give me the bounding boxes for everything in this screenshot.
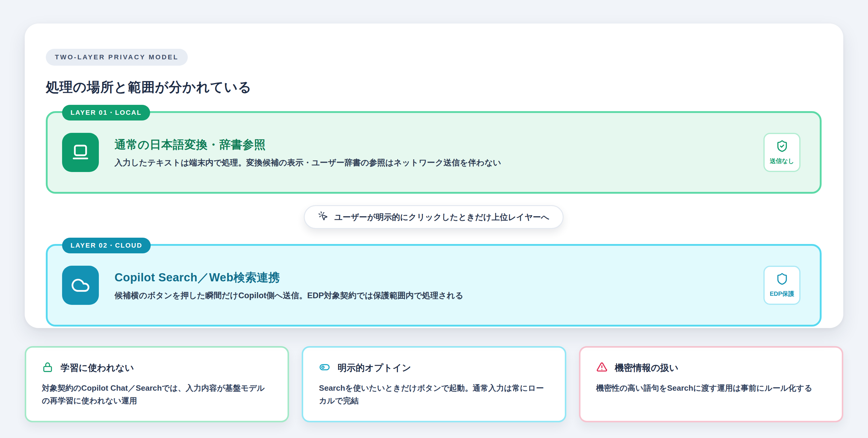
note-card-opt-in: 明示的オプトイン Searchを使いたいときだけボタンで起動。通常入力は常にロー… (302, 346, 566, 422)
layer-cloud-title: Copilot Search／Web検索連携 (115, 270, 464, 285)
note-body: Searchを使いたいときだけボタンで起動。通常入力は常にローカルで完結 (319, 382, 549, 407)
laptop-icon (62, 133, 99, 172)
note-title: 学習に使われない (61, 362, 134, 374)
layer-local-panel: LAYER 01・LOCAL 通常の日本語変換・辞書参照 入力したテキストは端末… (46, 111, 822, 194)
alert-triangle-icon (596, 362, 608, 374)
eyebrow-badge: TWO-LAYER PRIVACY MODEL (46, 49, 188, 66)
side-badge-label: 送信なし (770, 157, 794, 165)
edp-protection-badge: EDP保護 (764, 266, 801, 305)
layer-cloud-badge: LAYER 02・CLOUD (62, 238, 151, 254)
note-title: 明示的オプトイン (338, 362, 411, 374)
note-card-no-training: 学習に使われない 対象契約のCopilot Chat／Searchでは、入力内容… (25, 346, 289, 422)
note-body: 機密性の高い語句をSearchに渡す運用は事前にルール化する (596, 382, 826, 395)
note-card-sensitive-info: 機密情報の扱い 機密性の高い語句をSearchに渡す運用は事前にルール化する (579, 346, 843, 422)
layer-transition-pill: ユーザーが明示的にクリックしたときだけ上位レイヤーへ (304, 205, 563, 229)
layer-local-badge: LAYER 01・LOCAL (62, 105, 150, 121)
toggle-icon (319, 362, 330, 374)
shield-icon (776, 273, 788, 287)
layer-local-description: 入力したテキストは端末内で処理。変換候補の表示・ユーザー辞書の参照はネットワーク… (115, 157, 501, 168)
layer-cloud-panel: LAYER 02・CLOUD Copilot Search／Web検索連携 候補… (46, 244, 822, 327)
lock-icon (42, 362, 53, 374)
connector-label: ユーザーが明示的にクリックしたときだけ上位レイヤーへ (334, 212, 549, 223)
shield-check-icon (776, 140, 788, 154)
layer-cloud-description: 候補横のボタンを押した瞬間だけCopilot側へ送信。EDP対象契約では保護範囲… (115, 290, 464, 301)
no-transmission-badge: 送信なし (764, 133, 801, 172)
privacy-model-card: TWO-LAYER PRIVACY MODEL 処理の場所と範囲が分かれている … (25, 24, 843, 328)
notes-row: 学習に使われない 対象契約のCopilot Chat／Searchでは、入力内容… (25, 346, 843, 422)
cloud-icon (62, 266, 99, 305)
page-title: 処理の場所と範囲が分かれている (46, 78, 822, 96)
cursor-click-icon (318, 211, 328, 223)
note-title: 機密情報の扱い (615, 362, 678, 374)
layer-local-title: 通常の日本語変換・辞書参照 (115, 137, 501, 153)
side-badge-label: EDP保護 (770, 290, 794, 298)
note-body: 対象契約のCopilot Chat／Searchでは、入力内容が基盤モデルの再学… (42, 382, 272, 407)
